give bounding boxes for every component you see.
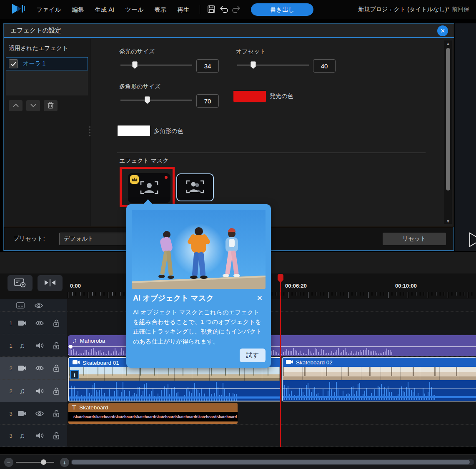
track-header-audio-1[interactable]: 1 ♫	[0, 334, 67, 357]
video-camera-icon	[18, 409, 27, 418]
split-clip-button[interactable]	[38, 275, 63, 291]
polygon-size-value[interactable]: 70	[196, 94, 219, 108]
glow-size-slider[interactable]	[120, 61, 192, 69]
volume-line[interactable]	[69, 388, 281, 389]
speaker-icon[interactable]	[35, 341, 44, 350]
title-text-icon: T	[72, 404, 76, 411]
play-icon[interactable]	[468, 232, 476, 249]
panel-title: エフェクトの設定	[10, 27, 61, 35]
title-clip-label: Skateboard	[79, 404, 108, 411]
eye-icon[interactable]	[35, 364, 44, 373]
scroll-down-arrow-icon[interactable]: ▼	[444, 218, 452, 224]
undo-button[interactable]	[218, 3, 230, 16]
title-clip-skateboard[interactable]: T Skateboard SkateboardSkateboardSkatebo…	[68, 403, 238, 424]
preset-label: プリセット:	[13, 235, 45, 243]
track-manager-button[interactable]	[8, 275, 33, 291]
scrollbar-thumb[interactable]	[72, 460, 470, 464]
zoom-out-button[interactable]: −	[4, 458, 13, 467]
save-button[interactable]	[205, 3, 218, 16]
panel-scrollbar[interactable]: ▲ ▼	[444, 40, 452, 224]
unlock-icon[interactable]	[52, 431, 61, 440]
scroll-up-arrow-icon[interactable]: ▲	[444, 40, 452, 46]
applied-effects-list: 適用されたエフェクト オーラ 1	[4, 39, 90, 226]
track-header-audio-3[interactable]: 3 ♫	[0, 425, 67, 447]
preset-dropdown[interactable]: デフォルト	[59, 233, 131, 245]
section-divider	[117, 153, 426, 153]
menu-generative-ai[interactable]: 生成 AI	[95, 6, 114, 14]
zoom-in-button[interactable]: +	[60, 458, 69, 467]
app-root: ファイル 編集 生成 AI ツール 表示 再生	[0, 0, 476, 469]
effect-enabled-checkbox[interactable]	[9, 59, 18, 68]
offset-value[interactable]: 40	[313, 59, 336, 73]
glow-size-label: 発光のサイズ	[119, 48, 155, 55]
eye-icon[interactable]	[35, 409, 44, 418]
track-number: 2	[8, 388, 14, 394]
tooltip-title: AI オブジェクト マスク	[133, 293, 214, 303]
music-note-icon: ♫	[72, 337, 77, 344]
unlock-icon[interactable]	[52, 409, 61, 418]
eye-icon[interactable]	[35, 319, 44, 328]
zoom-slider-knob[interactable]	[41, 459, 46, 465]
track-number: 2	[8, 365, 14, 371]
people-mask-button[interactable]	[176, 173, 214, 201]
menu-playback[interactable]: 再生	[177, 6, 189, 14]
track-header-video-2[interactable]: 2	[0, 357, 67, 380]
volume-line[interactable]	[283, 388, 476, 389]
effect-mask-label: エフェクト マスク	[119, 157, 169, 165]
minus-icon: −	[7, 459, 11, 466]
clip-audio-section	[283, 380, 476, 400]
effect-list-item-aura[interactable]: オーラ 1	[6, 57, 88, 70]
polygon-color-swatch[interactable]	[117, 125, 150, 137]
speaker-icon[interactable]	[35, 386, 44, 396]
delete-effect-button[interactable]	[44, 100, 58, 111]
eye-icon[interactable]	[34, 301, 43, 310]
glow-color-swatch[interactable]	[233, 90, 266, 102]
export-button[interactable]: 書き出し	[251, 3, 313, 16]
tooltip-close-button[interactable]: ✕	[254, 293, 265, 303]
scrollbar-thumb[interactable]	[446, 48, 450, 191]
app-logo-icon[interactable]	[12, 3, 25, 16]
panel-splitter-handle[interactable]	[89, 126, 91, 136]
redo-button[interactable]	[230, 3, 243, 16]
tooltip-try-button[interactable]: 試す	[240, 349, 266, 362]
filmstrip-thumbnails	[283, 367, 476, 380]
track-header-video-3[interactable]: 3	[0, 402, 67, 425]
track-header-video-1[interactable]: 1	[0, 312, 67, 334]
glow-color-label: 発光の色	[270, 93, 293, 100]
offset-slider[interactable]	[237, 61, 309, 69]
track-header-audio-2[interactable]: 2 ♫	[0, 380, 67, 402]
tooltip-arrow	[143, 199, 153, 205]
close-panel-button[interactable]: ✕	[437, 25, 448, 36]
video-camera-icon	[18, 319, 27, 328]
polygon-size-slider[interactable]	[120, 96, 192, 104]
panel-titlebar: エフェクトの設定	[4, 24, 454, 38]
reset-button[interactable]: リセット	[383, 233, 446, 245]
zoom-slider-track[interactable]	[16, 462, 54, 463]
menu-file[interactable]: ファイル	[36, 6, 61, 14]
subtitle-track-header[interactable]	[0, 299, 67, 312]
audio-track-3-lane[interactable]	[67, 425, 476, 447]
clip-info-badge[interactable]: i	[70, 370, 79, 379]
unlock-icon[interactable]	[52, 341, 61, 350]
menu-tools[interactable]: ツール	[125, 6, 143, 14]
menu-view[interactable]: 表示	[154, 6, 166, 14]
unlock-icon[interactable]	[52, 319, 61, 328]
unlock-icon[interactable]	[52, 386, 61, 396]
speaker-icon[interactable]	[35, 431, 44, 440]
chevron-up-icon	[13, 103, 19, 109]
glow-size-value[interactable]: 34	[196, 59, 219, 73]
video-clip-skateboard-02[interactable]: Skateboard 02	[282, 357, 476, 401]
horizontal-scrollbar[interactable]	[71, 459, 474, 465]
caption-icon[interactable]	[16, 301, 25, 310]
move-effect-up-button[interactable]	[9, 100, 23, 111]
unlock-icon[interactable]	[52, 364, 61, 373]
track-number: 3	[8, 410, 14, 416]
title-clip-thumbnails: SkateboardSkateboardSkateboardSkateboard…	[68, 412, 238, 421]
ruler-start-label: 0:00	[70, 283, 81, 289]
track-number: 3	[8, 433, 14, 439]
playhead-line[interactable]	[280, 274, 281, 447]
ruler-playhead-label: 00:06:20	[285, 283, 307, 289]
move-effect-down-button[interactable]	[26, 100, 40, 111]
menu-edit[interactable]: 編集	[72, 6, 84, 14]
volume-keyframe-dot[interactable]	[69, 345, 73, 349]
